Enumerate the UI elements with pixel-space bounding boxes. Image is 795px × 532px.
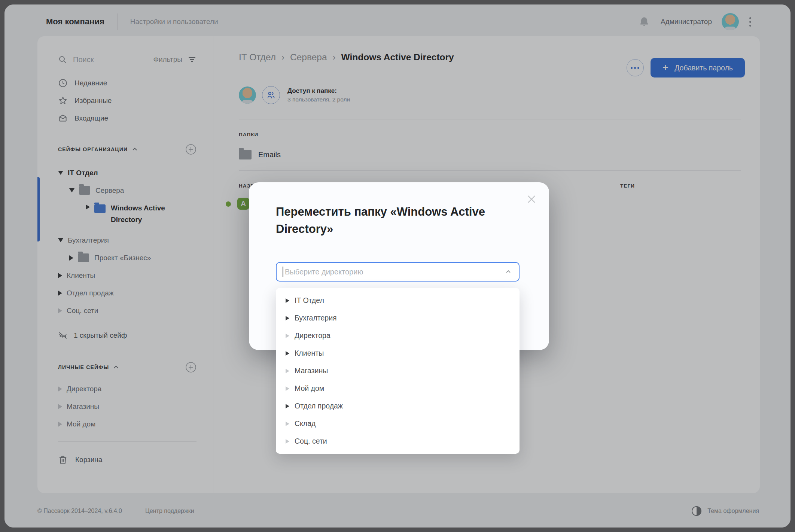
app-window: Моя компания Настройки и пользователи Ад… [4,4,791,528]
chevron-up-icon[interactable] [505,269,511,275]
triangle-right-icon[interactable] [286,351,289,356]
option-direktora[interactable]: Директора [276,327,520,344]
option-klienty[interactable]: Клиенты [276,344,520,362]
option-moy-dom[interactable]: Мой дом [276,380,520,397]
triangle-right-icon [286,334,289,338]
option-buhgalteriya[interactable]: Бухгалтерия [276,309,520,327]
option-sklad[interactable]: Склад [276,415,520,432]
option-label: Директора [295,331,331,340]
directory-select-input[interactable] [284,267,505,277]
option-label: IT Отдел [295,296,324,305]
option-it-otdel[interactable]: IT Отдел [276,292,520,309]
text-caret [283,267,283,277]
option-label: Бухгалтерия [295,314,337,322]
triangle-right-icon [286,369,289,373]
directory-select[interactable] [276,262,520,282]
option-label: Клиенты [295,349,324,358]
triangle-right-icon [286,439,289,444]
triangle-right-icon [286,422,289,426]
option-label: Соц. сети [295,437,327,446]
option-magaziny[interactable]: Магазины [276,362,520,380]
option-label: Мой дом [295,384,324,393]
triangle-right-icon[interactable] [286,404,289,408]
close-icon[interactable] [526,194,537,205]
option-otdel-prodazh[interactable]: Отдел продаж [276,397,520,415]
triangle-right-icon[interactable] [286,298,289,303]
modal-title: Переместить папку «Windows Active Direct… [276,203,497,238]
move-folder-modal: Переместить папку «Windows Active Direct… [249,182,549,350]
option-label: Склад [295,419,316,428]
triangle-right-icon[interactable] [286,316,289,320]
directory-dropdown: IT Отдел Бухгалтерия Директора Клиенты М… [276,288,520,454]
option-soc-seti[interactable]: Соц. сети [276,432,520,450]
triangle-right-icon [286,386,289,391]
option-label: Магазины [295,367,328,375]
option-label: Отдел продаж [295,402,343,410]
